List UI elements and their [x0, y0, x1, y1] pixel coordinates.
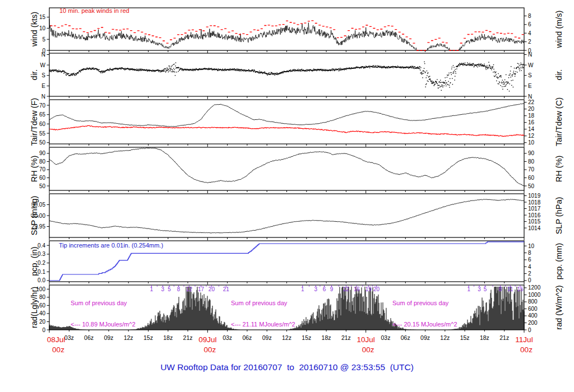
dir-dot	[474, 67, 474, 67]
dir-dot	[105, 71, 105, 72]
dir-dot	[496, 72, 496, 72]
dir-dot	[492, 67, 493, 68]
dir-dot	[223, 69, 223, 69]
rad-right-tick-label: 0	[528, 327, 531, 333]
dir-dot	[330, 71, 331, 71]
slp-right-tick-label: 1014	[528, 225, 541, 231]
temp-left-axis-label: Tair/Tdew (F)	[30, 98, 39, 146]
x-tick-label-hour: 15z	[144, 334, 153, 341]
dir-dot	[491, 68, 492, 69]
dir-dot	[192, 69, 193, 69]
dir-dot	[372, 66, 372, 67]
dir-dot	[485, 66, 485, 67]
dir-dot	[189, 70, 190, 71]
dir-dot	[441, 86, 442, 86]
dir-dot	[501, 82, 502, 82]
dir-dot	[349, 67, 350, 68]
y-ticks-temp	[47, 102, 527, 143]
dir-dot	[422, 72, 422, 72]
dir-dot	[163, 70, 164, 71]
dir-dot	[502, 80, 503, 81]
dir-dot	[461, 63, 462, 63]
rh-line	[49, 148, 524, 186]
dir-dot	[344, 69, 345, 70]
dir-dot	[433, 83, 433, 83]
dir-dot	[493, 66, 493, 67]
dir-dot	[522, 64, 522, 64]
dir-dot	[103, 72, 104, 73]
dir-dot	[441, 82, 441, 82]
dir-dot	[86, 69, 87, 69]
dir-dot	[427, 73, 428, 74]
dir-dot	[432, 82, 433, 83]
wind-left-tick-label: 15	[39, 14, 46, 20]
rh-left-tick-label: 70	[39, 166, 46, 172]
dir-dot	[161, 70, 161, 71]
rad-sum-annotation-day2: Sum of previous day <--- 21.11 MJoules/m…	[231, 286, 295, 342]
dir-dot	[62, 71, 63, 72]
pcp-right-tick-label: 0	[528, 277, 531, 283]
rad-right-tick-label: 400	[528, 312, 538, 319]
dir-dot	[191, 69, 191, 69]
dir-dot	[453, 67, 454, 68]
dir-dot	[249, 71, 249, 72]
dir-dot	[450, 82, 451, 83]
dir-dot	[513, 72, 513, 73]
dir-dot	[104, 72, 105, 73]
dir-dot	[306, 71, 307, 72]
rad-right-axis-label: rad (W/m^2)	[554, 285, 563, 329]
dir-dot	[235, 70, 236, 71]
dir-dot	[283, 73, 283, 73]
temp-left-tick-label: 55	[39, 130, 46, 137]
dir-dot	[495, 72, 496, 73]
panel-slp: 29.9530.0030.05101410151016101710181019S…	[30, 193, 563, 240]
dir-dot	[373, 65, 374, 66]
dir-dot	[172, 69, 172, 69]
dir-dot	[373, 66, 373, 66]
dir-dot	[339, 71, 340, 71]
rad-sum-day3-line2: <--- 20.15 MJoules/m^2	[392, 321, 457, 328]
dir-dot	[445, 77, 446, 78]
dir-dot	[232, 69, 233, 70]
dir-dot	[165, 72, 166, 72]
dir-dot	[275, 75, 275, 76]
dir-dot	[512, 74, 513, 75]
dir-dot	[368, 67, 369, 67]
dir-dot	[411, 67, 411, 67]
dir-dot	[209, 68, 209, 68]
rad-left-tick-label: 80	[39, 294, 46, 300]
wind-left-tick-label: 10	[39, 25, 46, 31]
dir-dot	[271, 73, 271, 73]
dir-right-axis-label: dir.	[554, 69, 563, 80]
dir-dot	[519, 71, 520, 71]
dir-dot	[152, 71, 152, 71]
dir-dot	[423, 73, 424, 73]
dir-dot	[65, 72, 66, 73]
dir-dot	[149, 69, 150, 70]
dir-dot	[136, 69, 137, 70]
dir-dot	[155, 71, 155, 72]
dir-dot	[163, 69, 164, 70]
rad-sum-day2-line1: Sum of previous day	[231, 300, 295, 307]
dir-dot	[369, 66, 369, 66]
rad-left-tick-label: 0	[42, 327, 45, 333]
dir-dot	[435, 83, 436, 84]
dir-dot	[493, 64, 494, 65]
rh-right-tick-label: 60	[528, 175, 535, 181]
dir-dot	[440, 80, 441, 81]
dir-dot	[430, 78, 430, 79]
dir-dot	[501, 77, 502, 77]
dir-dot	[99, 69, 99, 70]
dir-dot	[414, 67, 414, 68]
dir-dot	[488, 62, 489, 63]
dir-dot	[175, 75, 175, 76]
dir-dot	[141, 70, 142, 71]
dir-dot	[174, 69, 175, 70]
dir-dot	[182, 70, 182, 71]
dir-dot	[479, 64, 480, 64]
dir-dot	[72, 73, 72, 74]
pcp-left-axis-label: pcp. (in)	[30, 246, 39, 276]
dir-dot	[474, 66, 474, 67]
dir-dot	[473, 64, 474, 64]
dir-dot	[175, 68, 176, 68]
